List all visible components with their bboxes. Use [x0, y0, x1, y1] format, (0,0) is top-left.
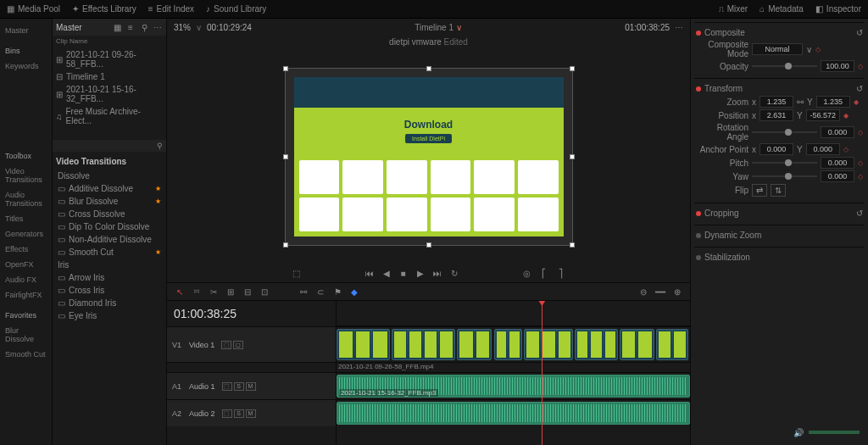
keyframe-icon[interactable]: ◆ — [854, 98, 859, 106]
handle-tr[interactable] — [570, 66, 575, 71]
nav-video-transitions[interactable]: Video Transitions — [3, 164, 48, 186]
handle-bl[interactable] — [283, 242, 288, 248]
stabilization-header[interactable]: Stabilization — [696, 251, 863, 264]
list-view-icon[interactable]: ≡ — [125, 22, 136, 32]
tab-sound-library[interactable]: ♪Sound Library — [206, 4, 266, 14]
pitch-slider[interactable] — [752, 162, 817, 164]
overwrite-icon[interactable]: ⊟ — [242, 286, 253, 298]
pool-item[interactable]: ⊟Timeline 1 — [54, 70, 164, 83]
link-icon[interactable]: ⚯ — [797, 97, 804, 107]
pos-y-field[interactable]: -56.572 — [806, 109, 840, 121]
flag-icon[interactable]: ⚑ — [331, 286, 343, 298]
keyframe-icon[interactable]: ◇ — [858, 173, 863, 181]
fx-item[interactable]: ▭Additive Dissolve — [54, 182, 164, 195]
zoom-x-field[interactable]: 1.235 — [760, 96, 793, 108]
video-clip[interactable] — [575, 329, 617, 360]
handle-tl[interactable] — [283, 66, 288, 71]
handle-mr[interactable] — [570, 154, 575, 159]
track-header-v1[interactable]: V1Video 1 ⬚◻ — [167, 326, 336, 362]
zoom-in-icon[interactable]: ⊕ — [671, 286, 683, 298]
pool-item[interactable]: ⊞2021-10-21 15-16-32_FFB... — [54, 83, 164, 105]
prev-button[interactable]: ◀ — [381, 267, 392, 279]
more-icon[interactable]: ⋯ — [153, 22, 163, 32]
solo-button[interactable]: S — [234, 382, 244, 391]
flip-v-button[interactable]: ⇅ — [771, 184, 786, 197]
handle-tm[interactable] — [426, 66, 431, 71]
mark-out-icon[interactable]: ⎤ — [555, 267, 567, 279]
audio-lane-1[interactable]: 2021-10-21 15-16-32_FFB.mp3 — [337, 372, 690, 399]
anchor-y-field[interactable]: 0.000 — [806, 143, 840, 155]
tab-inspector[interactable]: ◧Inspector — [815, 4, 861, 14]
zoom-percent[interactable]: 31% — [174, 23, 191, 32]
reset-icon[interactable]: ↺ — [856, 28, 863, 37]
pitch-field[interactable]: 0.000 — [821, 157, 854, 169]
snap-icon[interactable]: ⊂ — [314, 286, 326, 298]
first-frame-button[interactable]: ⏮ — [364, 267, 376, 279]
nav-generators[interactable]: Generators — [3, 227, 48, 241]
video-lane[interactable] — [337, 326, 690, 362]
reset-icon[interactable]: ↺ — [856, 84, 863, 93]
options-icon[interactable]: ⋯ — [675, 23, 683, 32]
audio-clip[interactable]: 2021-10-21 15-16-32_FFB.mp3 — [337, 375, 690, 398]
transform-header[interactable]: Transform↺ — [696, 82, 863, 95]
lock-button[interactable]: ⬚ — [222, 409, 232, 418]
pos-x-field[interactable]: 2.631 — [760, 109, 793, 121]
tab-mediapool[interactable]: ▦Media Pool — [7, 4, 60, 14]
cropping-header[interactable]: Cropping↺ — [696, 207, 863, 220]
link-icon[interactable]: ⚯ — [298, 286, 309, 298]
video-clip[interactable] — [392, 329, 455, 360]
nav-fav-blur-dissolve[interactable]: Blur Dissolve — [3, 324, 48, 346]
tab-metadata[interactable]: ⌂Metadata — [760, 4, 804, 14]
insert-icon[interactable]: ⊞ — [225, 286, 236, 298]
disable-button[interactable]: ◻ — [233, 341, 243, 349]
tab-effects-library[interactable]: ✦Effects Library — [72, 4, 136, 14]
yaw-field[interactable]: 0.000 — [821, 170, 854, 182]
fx-item[interactable]: ▭Non-Additive Dissolve — [54, 233, 164, 246]
fx-item[interactable]: ▭Eye Iris — [54, 309, 164, 322]
nav-bins[interactable]: Bins — [3, 44, 48, 58]
grid-view-icon[interactable]: ▦ — [112, 22, 122, 32]
blade-tool-icon[interactable]: ✂ — [208, 286, 220, 298]
zoom-slider[interactable]: ━━ — [654, 286, 666, 298]
fx-item[interactable]: ▭Arrow Iris — [54, 271, 164, 284]
replace-icon[interactable]: ⊡ — [259, 286, 270, 298]
keyframe-icon[interactable]: ◆ — [843, 112, 849, 120]
stop-button[interactable]: ■ — [398, 267, 409, 279]
yaw-slider[interactable] — [752, 175, 817, 177]
nav-fairlightfx[interactable]: FairlightFX — [3, 288, 48, 302]
keyframe-icon[interactable]: ◇ — [858, 129, 863, 136]
lock-button[interactable]: ⬚ — [222, 382, 232, 391]
nav-keywords[interactable]: Keywords — [3, 59, 48, 73]
dynamic-zoom-header[interactable]: Dynamic Zoom — [696, 229, 863, 242]
mark-in-icon[interactable]: ⎡ — [538, 267, 550, 279]
keyframe-icon[interactable]: ◇ — [858, 159, 863, 167]
pool-item[interactable]: ⊞2021-10-21 09-26-58_FFB... — [54, 48, 164, 70]
playhead[interactable] — [542, 301, 542, 445]
keyframe-icon[interactable]: ◇ — [815, 46, 821, 53]
nav-openfx[interactable]: OpenFX — [3, 258, 48, 271]
mute-button[interactable]: M — [246, 409, 256, 418]
nav-audiofx[interactable]: Audio FX — [3, 273, 48, 286]
nav-toolbox[interactable]: Toolbox — [3, 149, 48, 163]
volume-slider[interactable] — [809, 431, 860, 434]
track-header-a1[interactable]: A1Audio 1 ⬚SM — [167, 372, 336, 399]
tab-mixer[interactable]: ⎍Mixer — [719, 4, 748, 14]
nav-audio-transitions[interactable]: Audio Transitions — [3, 188, 48, 210]
fx-item[interactable]: ▭Smooth Cut — [54, 246, 164, 259]
nav-fav-smooth-cut[interactable]: Smooth Cut — [3, 348, 48, 361]
composite-mode-select[interactable]: Normal — [752, 43, 803, 55]
rotation-slider[interactable] — [752, 131, 817, 133]
composite-header[interactable]: Composite↺ — [696, 26, 863, 39]
loop-button[interactable]: ↻ — [448, 267, 460, 279]
search-icon[interactable]: ⚲ — [139, 22, 149, 32]
selection-tool-icon[interactable]: ↖ — [174, 286, 186, 298]
fx-item[interactable]: ▭Diamond Iris — [54, 297, 164, 309]
match-frame-icon[interactable]: ◎ — [521, 267, 533, 279]
fx-item[interactable]: ▭Blur Dissolve — [54, 195, 164, 208]
pool-item[interactable]: ♫Free Music Archive- Elect... — [54, 105, 164, 127]
fx-item[interactable]: ▭Cross Iris — [54, 284, 164, 297]
video-clip[interactable] — [656, 329, 688, 360]
video-clip[interactable] — [524, 329, 573, 360]
audio-clip[interactable] — [337, 402, 690, 425]
video-clip[interactable] — [457, 329, 492, 360]
